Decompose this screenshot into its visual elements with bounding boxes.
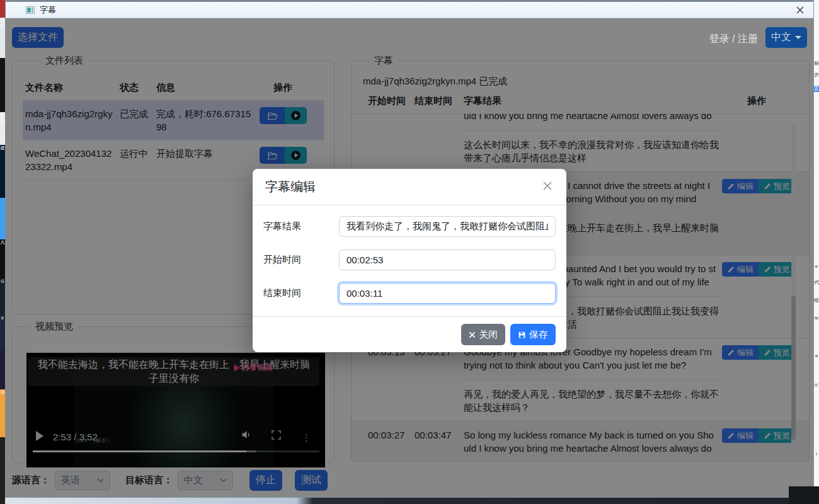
language-dropdown-label: 中文 xyxy=(771,31,791,44)
modal-close-button[interactable] xyxy=(541,180,554,195)
login-register-link[interactable]: 登录 / 注册 xyxy=(709,33,758,46)
save-icon xyxy=(518,331,526,339)
modal-title: 字幕编辑 xyxy=(265,178,316,195)
close-icon xyxy=(796,6,804,14)
subtitle-text-field[interactable] xyxy=(339,216,556,237)
window-titlebar: 字幕 xyxy=(6,2,813,18)
window-close-button[interactable] xyxy=(792,4,808,16)
end-time-field[interactable] xyxy=(339,283,556,304)
screen: 花行世开捷凡Ge功 标步置e式错leao:i 字幕 选择文件 文件列表 文件名称… xyxy=(0,0,819,504)
start-time-label: 开始时间 xyxy=(263,254,339,266)
modal-save-button[interactable]: 保存 xyxy=(510,324,556,345)
app-icon xyxy=(26,6,35,14)
modal-close-label: 关闭 xyxy=(479,329,498,341)
start-time-field[interactable] xyxy=(339,249,556,270)
caret-down-icon xyxy=(795,36,801,39)
close-icon xyxy=(542,181,553,191)
subtitle-text-label: 字幕结果 xyxy=(263,220,339,232)
modal-header: 字幕编辑 xyxy=(253,169,566,205)
background-window-sliver: 标步置e式错leao:i xyxy=(814,0,819,504)
language-dropdown-button[interactable]: 中文 xyxy=(765,27,807,48)
modal-save-label: 保存 xyxy=(529,329,548,341)
modal-close-action-button[interactable]: 关闭 xyxy=(461,324,505,345)
end-time-label: 结束时间 xyxy=(263,287,339,299)
close-icon xyxy=(469,331,476,338)
modal-body: 字幕结果 开始时间 结束时间 xyxy=(253,205,566,316)
subtitle-edit-modal: 字幕编辑 字幕结果 开始时间 结束时间 xyxy=(253,169,566,352)
taskbar-sliver xyxy=(5,498,814,504)
desktop-left-sliver: 花行世开捷凡Ge功 xyxy=(0,0,5,504)
background-dark-corner xyxy=(789,486,819,504)
window-title: 字幕 xyxy=(40,4,56,16)
modal-footer: 关闭 保存 xyxy=(253,316,566,352)
